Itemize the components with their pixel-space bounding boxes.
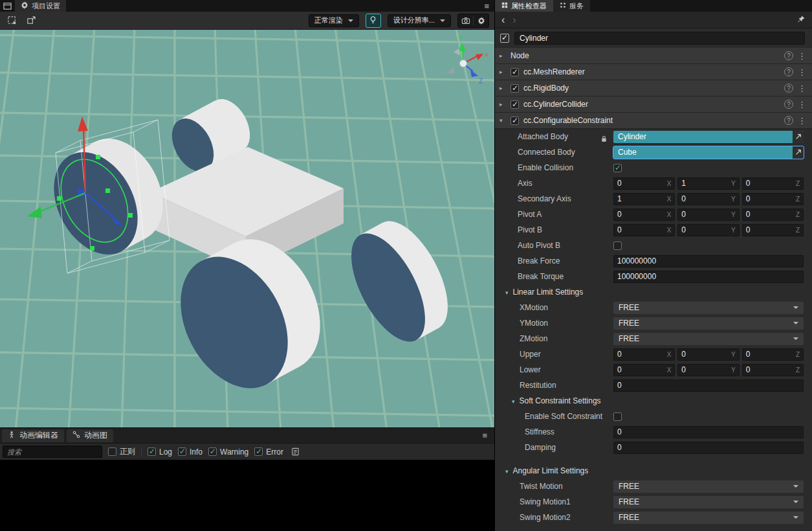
- lower-z-field[interactable]: Z: [742, 364, 804, 376]
- scene-gear-icon[interactable]: [474, 14, 488, 27]
- component-header-node[interactable]: Node: [495, 48, 812, 64]
- design-resolution-dropdown[interactable]: 设计分辨率...: [388, 14, 451, 27]
- secondary-axis-x-input[interactable]: [617, 194, 664, 203]
- expand-arrow-icon[interactable]: [499, 101, 506, 107]
- swing-motion1-select[interactable]: FREE: [613, 496, 804, 508]
- connected-body-field[interactable]: Cube: [613, 146, 804, 159]
- axis-z-field[interactable]: Z: [742, 177, 804, 190]
- transform-tool-icon[interactable]: [25, 14, 38, 27]
- xmotion-select[interactable]: FREE: [613, 302, 804, 314]
- pivot-a-y-field[interactable]: Y: [677, 209, 739, 221]
- component-enabled-checkbox[interactable]: [510, 100, 519, 109]
- component-header-rigidbody[interactable]: cc.RigidBody: [495, 80, 812, 96]
- component-header-cylindercollider[interactable]: cc.CylinderCollider: [495, 96, 812, 113]
- help-icon[interactable]: [784, 67, 793, 76]
- node-active-checkbox[interactable]: [500, 34, 509, 43]
- expand-arrow-icon[interactable]: [499, 85, 506, 91]
- pivot-b-y-input[interactable]: [681, 225, 729, 234]
- zmotion-select[interactable]: FREE: [613, 333, 804, 345]
- attached-body-field[interactable]: Cylinder: [613, 131, 804, 143]
- node-name-input[interactable]: [514, 32, 805, 45]
- kebab-menu-icon[interactable]: [798, 67, 806, 77]
- upper-z-input[interactable]: [746, 350, 793, 359]
- ymotion-select[interactable]: FREE: [613, 317, 804, 330]
- twist-motion-select[interactable]: FREE: [613, 480, 804, 493]
- help-icon[interactable]: [784, 116, 793, 125]
- upper-y-field[interactable]: Y: [677, 348, 739, 361]
- stiffness-input[interactable]: [617, 427, 800, 436]
- pivot-a-x-input[interactable]: [617, 210, 664, 219]
- lower-z-input[interactable]: [746, 365, 793, 374]
- upper-x-field[interactable]: X: [613, 348, 675, 361]
- break-force-input[interactable]: [617, 256, 800, 266]
- kebab-menu-icon[interactable]: [798, 84, 806, 93]
- damping-input[interactable]: [617, 443, 800, 452]
- axis-y-input[interactable]: [681, 179, 729, 188]
- stiffness-field[interactable]: [613, 426, 804, 438]
- filter-warning[interactable]: Warning: [208, 447, 248, 457]
- lower-x-field[interactable]: X: [613, 364, 675, 376]
- scene-view[interactable]: Y x Z: [0, 30, 494, 427]
- component-enabled-checkbox[interactable]: [510, 117, 519, 125]
- regex-checkbox[interactable]: [108, 447, 116, 456]
- menu-icon[interactable]: [479, 0, 494, 12]
- secondary-axis-y-field[interactable]: Y: [677, 193, 739, 205]
- filter-info[interactable]: Info: [178, 447, 203, 457]
- pivot-b-x-input[interactable]: [617, 225, 664, 234]
- component-enabled-checkbox[interactable]: [510, 84, 519, 93]
- filter-log[interactable]: Log: [148, 447, 172, 457]
- console-search-input[interactable]: [3, 446, 102, 458]
- component-header-meshrenderer[interactable]: cc.MeshRenderer: [495, 64, 812, 80]
- pivot-a-z-input[interactable]: [746, 210, 793, 219]
- pivot-b-z-input[interactable]: [746, 225, 793, 234]
- secondary-axis-z-field[interactable]: Z: [742, 193, 804, 205]
- pivot-a-y-input[interactable]: [681, 210, 729, 219]
- help-icon[interactable]: [784, 51, 793, 60]
- console-output[interactable]: [0, 460, 494, 531]
- collapse-arrow-icon[interactable]: [499, 117, 506, 124]
- component-header-configurableconstraint[interactable]: cc.ConfigurableConstraint: [495, 113, 812, 129]
- error-checkbox[interactable]: [254, 447, 263, 456]
- axis-y-field[interactable]: Y: [677, 177, 739, 190]
- tab-animation-graph[interactable]: 动画图: [67, 429, 113, 442]
- pin-icon[interactable]: [797, 14, 806, 26]
- axis-x-input[interactable]: [617, 179, 664, 188]
- log-file-icon[interactable]: [289, 446, 302, 458]
- kebab-menu-icon[interactable]: [798, 100, 806, 109]
- enable-collision-checkbox[interactable]: [613, 164, 622, 172]
- component-enabled-checkbox[interactable]: [510, 68, 519, 76]
- kebab-menu-icon[interactable]: [798, 116, 806, 126]
- camera-icon[interactable]: [458, 14, 473, 27]
- upper-z-field[interactable]: Z: [742, 348, 804, 361]
- warning-checkbox[interactable]: [208, 447, 217, 456]
- lower-x-input[interactable]: [617, 365, 664, 374]
- help-icon[interactable]: [784, 100, 793, 109]
- pivot-b-x-field[interactable]: X: [613, 224, 675, 236]
- lower-y-input[interactable]: [681, 365, 729, 374]
- soft-constraint-section-header[interactable]: Soft Constraint Settings: [495, 393, 812, 409]
- locate-node-icon[interactable]: [793, 146, 804, 159]
- break-torque-input[interactable]: [617, 272, 800, 281]
- restitution-input[interactable]: [617, 381, 800, 390]
- help-icon[interactable]: [784, 84, 793, 93]
- upper-y-input[interactable]: [681, 350, 729, 359]
- secondary-axis-y-input[interactable]: [681, 194, 729, 203]
- pivot-b-z-field[interactable]: Z: [742, 224, 804, 236]
- lower-y-field[interactable]: Y: [677, 364, 739, 376]
- filter-error[interactable]: Error: [254, 447, 283, 457]
- locate-node-icon[interactable]: [793, 131, 804, 143]
- upper-x-input[interactable]: [617, 350, 664, 359]
- tab-inspector[interactable]: 属性检查器: [495, 0, 553, 12]
- tab-project-settings[interactable]: 项目设置: [15, 0, 66, 12]
- secondary-axis-x-field[interactable]: X: [613, 193, 675, 205]
- break-force-field[interactable]: [613, 255, 804, 267]
- pivot-a-z-field[interactable]: Z: [742, 209, 804, 221]
- angular-limit-section-header[interactable]: Angular Limit Settings: [495, 463, 812, 479]
- secondary-axis-z-input[interactable]: [746, 194, 793, 203]
- swing-motion2-select[interactable]: FREE: [613, 512, 804, 524]
- enable-soft-constraint-checkbox[interactable]: [613, 412, 622, 421]
- kebab-menu-icon[interactable]: [798, 51, 806, 61]
- log-checkbox[interactable]: [148, 447, 156, 456]
- pivot-a-x-field[interactable]: X: [613, 209, 675, 221]
- expand-arrow-icon[interactable]: [499, 52, 506, 59]
